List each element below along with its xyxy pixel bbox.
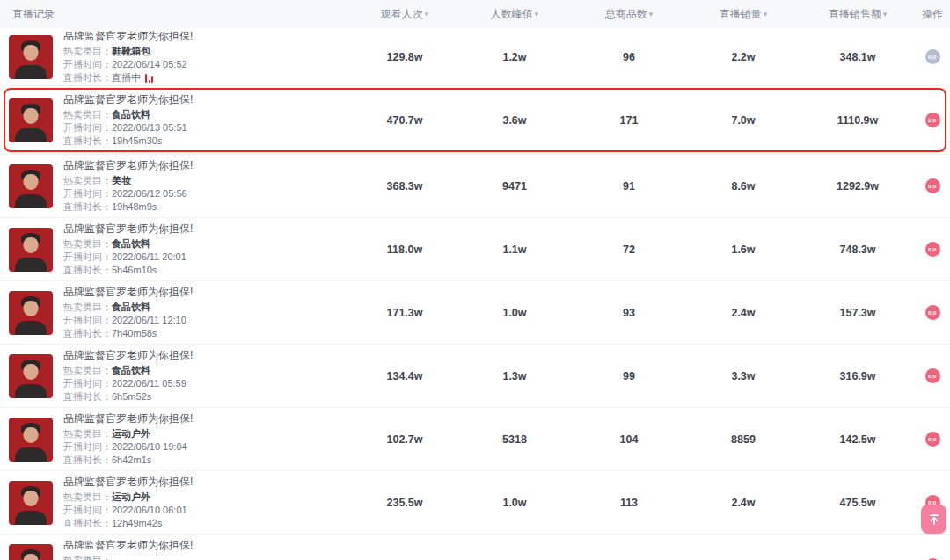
stream-title: 品牌监督官罗老师为你担保! [63, 285, 193, 299]
table-row[interactable]: 品牌监督官罗老师为你担保! 热卖类目： 食品饮料 开播时间： 2022/06/1… [0, 86, 950, 155]
avatar [9, 98, 53, 142]
column-header-record: 直播记录 [0, 7, 352, 22]
table-row[interactable]: 品牌监督官罗老师为你担保! 热卖类目： 食品饮料 开播时间： 2022/06/1… [0, 281, 950, 345]
start-time-line: 开播时间： 2022/06/11 05:59 [63, 377, 193, 390]
duration-label: 直播时长： [63, 200, 112, 214]
stream-title: 品牌监督官罗老师为你担保! [63, 158, 193, 172]
stream-info: 品牌监督官罗老师为你担保! 热卖类目： 食品饮料 开播时间： 2022/06/1… [63, 92, 193, 148]
table-row[interactable]: 品牌监督官罗老师为你担保! 热卖类目： 运动户外 开播时间： 2022/06/1… [0, 471, 950, 535]
table-row[interactable]: 品牌监督官罗老师为你担保! 热卖类目： 鞋靴箱包 开播时间： 2022/06/1… [0, 28, 950, 86]
avatar-face [24, 301, 39, 316]
start-time-line: 开播时间： 2022/06/11 20:01 [63, 251, 193, 264]
table-row[interactable]: 品牌监督官罗老师为你担保! 热卖类目： 运动户外 开播时间： 2022/06/1… [0, 408, 950, 471]
duration-line: 直播时长： 7h40m58s [63, 327, 193, 340]
category-label: 热卖类目： [63, 237, 112, 251]
category-label: 热卖类目： [63, 364, 112, 377]
avatar [9, 164, 53, 208]
column-header-peak[interactable]: 人数峰值▾ [457, 7, 572, 22]
start-time-value: 2022/06/13 05:51 [112, 121, 187, 135]
table-row[interactable]: 品牌监督官罗老师为你担保! 热卖类目： 美妆 开播时间： 2022/06/12 … [0, 155, 950, 218]
duration-label: 直播时长： [63, 264, 112, 277]
table-row[interactable]: 品牌监督官罗老师为你担保! 热卖类目： 食品饮料 开播时间： 2022/06/1… [0, 345, 950, 408]
category-line: 热卖类目： 食品饮料 [63, 237, 193, 251]
gmv-value: 475.5w [800, 497, 915, 509]
stream-record-cell: 品牌监督官罗老师为你担保! 热卖类目： 食品饮料 开播时间： 2022/06/1… [0, 285, 352, 340]
category-line: 热卖类目： 运动户外 [63, 427, 193, 440]
actions-cell: 0|0 [915, 368, 950, 383]
compare-data-icon[interactable]: 0|0 [925, 242, 940, 257]
duration-value: 19h45m30s [112, 135, 163, 148]
start-time-label: 开播时间： [63, 58, 112, 71]
avatar-body [15, 258, 47, 272]
avatar-face [24, 554, 39, 560]
start-time-label: 开播时间： [63, 377, 112, 390]
duration-label: 直播时长： [63, 135, 112, 148]
avatar [9, 228, 53, 272]
compare-data-icon[interactable]: 0|0 [925, 432, 940, 447]
avatar-face [24, 108, 39, 124]
column-header-sales[interactable]: 直播销量▾ [686, 7, 800, 22]
table-row[interactable]: 品牌监督官罗老师为你担保! 热卖类目： 开播时间： 直播时长： [0, 535, 950, 560]
start-time-value: 2022/06/11 05:59 [112, 377, 186, 390]
compare-data-icon[interactable]: 0|0 [925, 368, 940, 383]
compare-data-icon[interactable]: 0|0 [925, 49, 940, 64]
duration-value: 5h46m10s [112, 264, 157, 277]
category-value: 运动户外 [112, 491, 150, 504]
avatar-face [24, 364, 39, 380]
views-value: 171.3w [352, 307, 457, 319]
column-header-actions: 操作 [915, 7, 950, 22]
stream-title: 品牌监督官罗老师为你担保! [63, 222, 193, 236]
avatar-body [15, 194, 47, 208]
column-header-label: 直播记录 [12, 8, 55, 20]
sort-caret-icon[interactable]: ▾ [535, 10, 539, 18]
duration-label: 直播时长： [63, 71, 112, 84]
back-to-top-button[interactable] [921, 505, 946, 534]
column-header-label: 总商品数 [605, 8, 647, 20]
stream-info: 品牌监督官罗老师为你担保! 热卖类目： 食品饮料 开播时间： 2022/06/1… [63, 348, 193, 404]
table-row[interactable]: 品牌监督官罗老师为你担保! 热卖类目： 食品饮料 开播时间： 2022/06/1… [0, 218, 950, 281]
views-value: 102.7w [352, 433, 457, 446]
live-indicator-icon [145, 74, 153, 83]
actions-cell: 0|0 [915, 305, 950, 320]
start-time-value: 2022/06/10 06:01 [112, 504, 187, 517]
column-header-label: 直播销售额 [829, 8, 881, 20]
products-value: 93 [572, 307, 686, 319]
sort-caret-icon[interactable]: ▾ [425, 10, 429, 18]
avatar [9, 544, 53, 560]
sort-caret-icon[interactable]: ▾ [883, 10, 888, 18]
gmv-value: 316.9w [800, 370, 915, 382]
start-time-value: 2022/06/11 12:10 [112, 314, 186, 327]
gmv-value: 348.1w [800, 51, 915, 63]
duration-label: 直播时长： [63, 327, 112, 340]
compare-data-icon[interactable]: 0|0 [925, 178, 940, 193]
stream-record-cell: 品牌监督官罗老师为你担保! 热卖类目： 鞋靴箱包 开播时间： 2022/06/1… [0, 29, 352, 84]
compare-data-icon[interactable]: 0|0 [925, 305, 940, 320]
start-time-label: 开播时间： [63, 251, 112, 264]
category-value: 食品饮料 [112, 237, 150, 251]
stream-info: 品牌监督官罗老师为你担保! 热卖类目： 运动户外 开播时间： 2022/06/1… [63, 411, 193, 467]
category-line: 热卖类目： 运动户外 [63, 491, 193, 504]
sort-caret-icon[interactable]: ▾ [764, 10, 768, 18]
actions-cell: 0|0 [915, 113, 950, 127]
column-header-gmv[interactable]: 直播销售额▾ [800, 7, 915, 22]
sales-value: 2.4w [686, 497, 800, 509]
compare-data-icon[interactable]: 0|0 [925, 113, 940, 127]
sort-caret-icon[interactable]: ▾ [649, 10, 654, 18]
arrow-up-to-bar-icon [927, 513, 941, 527]
stream-info: 品牌监督官罗老师为你担保! 热卖类目： 鞋靴箱包 开播时间： 2022/06/1… [63, 29, 193, 84]
actions-cell: 0|0 [915, 178, 950, 193]
stream-title: 品牌监督官罗老师为你担保! [63, 411, 193, 425]
column-header-products[interactable]: 总商品数▾ [572, 7, 686, 22]
sales-value: 8.6w [686, 180, 800, 193]
column-header-views[interactable]: 观看人次▾ [352, 7, 457, 22]
stream-title: 品牌监督官罗老师为你担保! [63, 92, 193, 106]
category-value: 食品饮料 [112, 364, 150, 377]
start-time-value: 2022/06/10 19:04 [112, 440, 187, 454]
start-time-value: 2022/06/11 20:01 [112, 251, 186, 264]
gmv-value: 748.3w [800, 244, 915, 256]
avatar-face [24, 491, 39, 506]
duration-label: 直播时长： [63, 517, 112, 530]
avatar-body [15, 128, 47, 142]
stream-info: 品牌监督官罗老师为你担保! 热卖类目： 食品饮料 开播时间： 2022/06/1… [63, 222, 193, 277]
category-value: 食品饮料 [112, 301, 150, 314]
